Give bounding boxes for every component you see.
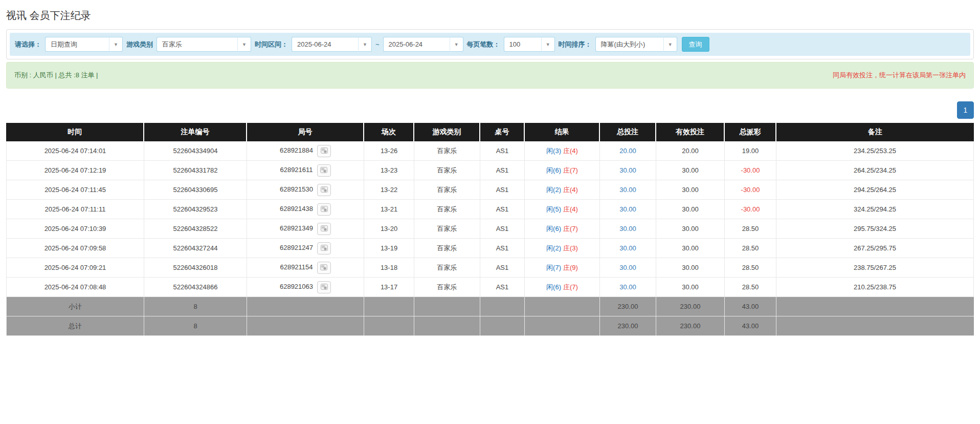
subtotal-payout: 43.00 (725, 297, 776, 316)
notice-text: 同局有效投注，统一计算在该局第一张注单内 (833, 71, 966, 80)
cell-payout: 28.50 (725, 239, 776, 258)
cell-payout: 28.50 (725, 258, 776, 278)
cell-bet-id: 522604326018 (144, 258, 247, 278)
cell-bet-id: 522604329523 (144, 200, 247, 219)
banker-result: 庄(4) (563, 205, 578, 213)
cell-total-bet: 30.00 (600, 161, 656, 180)
total-count: 8 (144, 316, 247, 336)
banker-result: 庄(9) (563, 264, 578, 271)
replay-video-icon[interactable] (317, 262, 331, 274)
cell-time: 2025-06-24 07:10:39 (6, 219, 144, 239)
replay-video-icon[interactable] (317, 145, 331, 157)
cell-result: 闲(3)庄(4) (525, 141, 600, 161)
cell-game-type: 百家乐 (414, 180, 480, 200)
cell-game-type: 百家乐 (414, 258, 480, 278)
total-bet-link[interactable]: 30.00 (619, 225, 636, 232)
total-bet-link[interactable]: 30.00 (619, 205, 636, 213)
table-row: 2025-06-24 07:08:48 522604324866 6289210… (6, 278, 974, 297)
cell-table-no: AS1 (480, 258, 525, 278)
cell-payout: 19.00 (725, 141, 776, 161)
cell-round-id: 628921530 (247, 180, 364, 200)
game-type-select[interactable]: 百家乐 ▼ (157, 37, 251, 52)
cell-result: 闲(6)庄(7) (525, 278, 600, 297)
cell-result: 闲(7)庄(9) (525, 258, 600, 278)
table-row: 2025-06-24 07:09:58 522604327244 6289212… (6, 239, 974, 258)
chevron-down-icon: ▼ (541, 37, 555, 52)
cell-payout: 28.50 (725, 219, 776, 239)
total-bet-link[interactable]: 30.00 (619, 283, 636, 291)
total-row: 总计 8 230.00 230.00 43.00 (6, 316, 974, 336)
cell-empty (776, 297, 974, 316)
cell-session: 13-21 (364, 200, 414, 219)
total-bet-link[interactable]: 20.00 (619, 147, 636, 155)
player-result: 闲(6) (546, 283, 561, 291)
summary-bar: 币别 : 人民币 | 总共 :8 注单 | 同局有效投注，统一计算在该局第一张注… (6, 62, 974, 89)
chevron-down-icon: ▼ (663, 37, 677, 52)
date-range-label: 时间区间： (255, 40, 288, 49)
header-total-bet: 总投注 (600, 123, 656, 141)
cell-bet-id: 522604331782 (144, 161, 247, 180)
total-bet-link[interactable]: 30.00 (619, 186, 636, 194)
replay-video-icon[interactable] (317, 203, 331, 216)
replay-video-icon[interactable] (317, 164, 331, 177)
cell-result: 闲(6)庄(7) (525, 161, 600, 180)
cell-result: 闲(6)庄(7) (525, 219, 600, 239)
round-id-text: 628921154 (280, 263, 313, 271)
cell-round-id: 628921884 (247, 141, 364, 161)
replay-video-icon[interactable] (317, 223, 331, 235)
table-row: 2025-06-24 07:09:21 522604326018 6289211… (6, 258, 974, 278)
cell-valid-bet: 30.00 (656, 180, 725, 200)
cell-session: 13-26 (364, 141, 414, 161)
total-bet-link[interactable]: 30.00 (619, 264, 636, 271)
player-result: 闲(7) (546, 264, 561, 271)
time-sort-select[interactable]: 降冪(由大到小) ▼ (595, 37, 677, 52)
cell-note: 234.25/253.25 (776, 141, 974, 161)
cell-note: 238.75/267.25 (776, 258, 974, 278)
round-id-text: 628921247 (280, 244, 313, 251)
cell-bet-id: 522604324866 (144, 278, 247, 297)
chevron-down-icon: ▼ (450, 37, 463, 52)
time-sort-label: 时间排序： (559, 40, 592, 49)
cell-table-no: AS1 (480, 219, 525, 239)
header-valid-bet: 有效投注 (656, 123, 725, 141)
cell-empty (525, 297, 600, 316)
currency-summary: 币别 : 人民币 | 总共 :8 注单 | (14, 71, 98, 80)
query-type-select[interactable]: 日期查询 ▼ (45, 37, 123, 52)
chevron-down-icon: ▼ (109, 37, 123, 52)
search-button[interactable]: 查询 (682, 37, 709, 52)
player-result: 闲(2) (546, 244, 561, 252)
cell-game-type: 百家乐 (414, 278, 480, 297)
total-label: 总计 (6, 316, 144, 336)
page-size-select[interactable]: 100 ▼ (504, 37, 555, 52)
cell-game-type: 百家乐 (414, 219, 480, 239)
cell-empty (364, 297, 414, 316)
banker-result: 庄(7) (563, 166, 578, 174)
cell-session: 13-18 (364, 258, 414, 278)
date-from-select[interactable]: 2025-06-24 ▼ (292, 37, 372, 52)
total-valid-bet: 230.00 (656, 316, 725, 336)
cell-session: 13-22 (364, 180, 414, 200)
header-table-no: 桌号 (480, 123, 525, 141)
cell-result: 闲(2)庄(4) (525, 180, 600, 200)
chevron-down-icon: ▼ (358, 37, 372, 52)
filter-bar: 请选择： 日期查询 ▼ 游戏类别 百家乐 ▼ 时间区间： 2025-06-24 … (10, 33, 970, 56)
total-bet-link[interactable]: 30.00 (619, 166, 636, 174)
cell-valid-bet: 30.00 (656, 219, 725, 239)
replay-video-icon[interactable] (317, 281, 331, 293)
cell-time: 2025-06-24 07:14:01 (6, 141, 144, 161)
subtotal-valid-bet: 230.00 (656, 297, 725, 316)
replay-video-icon[interactable] (317, 242, 331, 255)
cell-result: 闲(5)庄(4) (525, 200, 600, 219)
total-bet-link[interactable]: 30.00 (619, 244, 636, 252)
player-result: 闲(5) (546, 205, 561, 213)
page-1-button[interactable]: 1 (957, 101, 974, 119)
cell-round-id: 628921349 (247, 219, 364, 239)
cell-valid-bet: 30.00 (656, 239, 725, 258)
date-to-select[interactable]: 2025-06-24 ▼ (383, 37, 463, 52)
date-from-value: 2025-06-24 (292, 37, 358, 52)
cell-table-no: AS1 (480, 180, 525, 200)
cell-valid-bet: 20.00 (656, 141, 725, 161)
replay-video-icon[interactable] (317, 184, 331, 196)
cell-table-no: AS1 (480, 141, 525, 161)
cell-note: 295.75/324.25 (776, 219, 974, 239)
